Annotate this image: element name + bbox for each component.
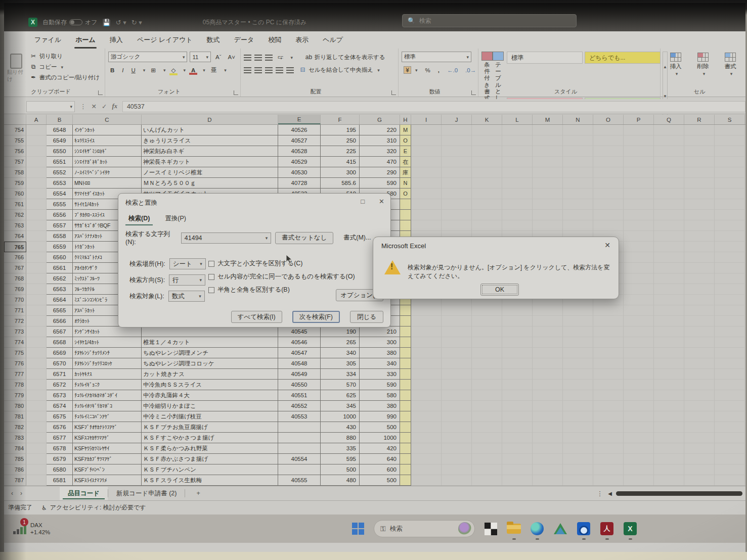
cell[interactable]: カット焼きナス: [142, 369, 278, 380]
cell[interactable]: [684, 295, 715, 305]
cell[interactable]: [26, 411, 47, 422]
cell[interactable]: [533, 422, 563, 433]
cell[interactable]: [715, 295, 745, 305]
cell[interactable]: [26, 358, 47, 369]
cell[interactable]: [533, 401, 563, 411]
cell[interactable]: [278, 433, 321, 443]
cell[interactable]: [26, 263, 47, 273]
cell[interactable]: [624, 167, 654, 178]
cell[interactable]: [411, 411, 442, 422]
cell[interactable]: ﾉｰｽｲﾐﾘﾍﾞｼﾞｼｲﾀｹ: [73, 167, 142, 178]
cell[interactable]: [593, 358, 624, 369]
accessibility-status[interactable]: ♿ アクセシビリティ: 検討が必要です: [41, 503, 146, 512]
cell[interactable]: [442, 189, 472, 199]
cell[interactable]: N: [400, 178, 411, 189]
cell[interactable]: [715, 189, 745, 199]
cell[interactable]: [26, 146, 47, 157]
start-button[interactable]: [350, 521, 366, 536]
sheet-next-icon[interactable]: ›: [20, 490, 22, 497]
cell[interactable]: [624, 390, 654, 401]
find-all-button[interactable]: すべて検索(I): [231, 311, 282, 323]
ribbon-tab-数式[interactable]: 数式: [200, 32, 227, 48]
cell[interactable]: 神栄長ネギカット: [142, 157, 278, 167]
cell[interactable]: [624, 316, 654, 326]
row-header-765[interactable]: 765: [4, 242, 26, 252]
cell[interactable]: [400, 422, 411, 433]
cell[interactable]: [624, 178, 654, 189]
cell[interactable]: [533, 146, 563, 157]
cell[interactable]: [472, 464, 502, 475]
cell[interactable]: [278, 422, 321, 433]
cell[interactable]: 6548: [47, 125, 73, 135]
cell[interactable]: 6553: [47, 178, 73, 189]
cell[interactable]: [593, 199, 624, 210]
scope-select[interactable]: シート▾: [169, 258, 206, 269]
italic-button[interactable]: I: [120, 66, 125, 74]
cell[interactable]: [533, 199, 563, 210]
cell[interactable]: 500: [360, 422, 400, 433]
cell[interactable]: [563, 316, 593, 326]
cell[interactable]: [26, 369, 47, 380]
row-header-754[interactable]: 754: [4, 125, 26, 135]
cell[interactable]: [593, 475, 624, 486]
cell[interactable]: 595: [321, 454, 360, 464]
cell[interactable]: 880: [321, 433, 360, 443]
shrink-font-button[interactable]: A˅: [226, 52, 237, 62]
cell[interactable]: [563, 167, 593, 178]
sheet-tab-item-code[interactable]: 品目コード: [60, 487, 108, 500]
cell[interactable]: [715, 348, 745, 358]
cell[interactable]: 625: [321, 390, 360, 401]
row-header-772[interactable]: 772: [4, 316, 26, 326]
edge-button[interactable]: [530, 521, 545, 536]
cell[interactable]: [624, 337, 654, 348]
cell[interactable]: [533, 348, 563, 358]
cell[interactable]: ﾁﾇﾔﾚﾝｼﾞﾁｮｳﾘｺﾛｯｹ: [73, 358, 142, 369]
grow-font-button[interactable]: Aˇ: [213, 52, 224, 62]
cell[interactable]: [502, 464, 533, 475]
cell[interactable]: [442, 305, 472, 316]
cell[interactable]: [715, 242, 745, 252]
align-center-icon[interactable]: [254, 67, 262, 73]
cell[interactable]: 225: [321, 146, 360, 157]
row-header-756[interactable]: 756: [4, 146, 26, 157]
cell[interactable]: [684, 220, 715, 231]
cell[interactable]: [715, 443, 745, 454]
cell[interactable]: [563, 464, 593, 475]
cell[interactable]: 6567: [47, 326, 73, 337]
cell[interactable]: [624, 210, 654, 220]
cell[interactable]: [593, 337, 624, 348]
cell[interactable]: [442, 157, 472, 167]
accounting-format-button[interactable]: ¥▾: [402, 65, 420, 75]
cell[interactable]: [624, 348, 654, 358]
cell[interactable]: [715, 422, 745, 433]
cell[interactable]: [715, 135, 745, 146]
cell[interactable]: [684, 125, 715, 135]
cell[interactable]: [26, 316, 47, 326]
cell[interactable]: [26, 189, 47, 199]
cell[interactable]: [472, 358, 502, 369]
cell[interactable]: [400, 199, 411, 210]
fx-icon[interactable]: fx: [112, 103, 117, 110]
cell[interactable]: [654, 284, 684, 295]
align-left-icon[interactable]: [244, 67, 251, 73]
cell[interactable]: [502, 433, 533, 443]
cell[interactable]: 40546: [278, 337, 321, 348]
cell[interactable]: [533, 337, 563, 348]
row-header-779[interactable]: 779: [4, 390, 26, 401]
cell[interactable]: O: [400, 135, 411, 146]
cell[interactable]: [26, 295, 47, 305]
titlebar-search-box[interactable]: 🔍 検索: [402, 14, 577, 27]
cell[interactable]: [593, 411, 624, 422]
cell[interactable]: 305: [321, 358, 360, 369]
cell[interactable]: [472, 125, 502, 135]
cell[interactable]: 470: [360, 157, 400, 167]
cell[interactable]: 320: [360, 146, 400, 157]
row-header-777[interactable]: 777: [4, 369, 26, 380]
cell[interactable]: [624, 380, 654, 390]
enter-icon[interactable]: ✓: [102, 103, 107, 110]
cell[interactable]: [654, 464, 684, 475]
match-entire-checkbox[interactable]: セル内容が完全に同一であるものを検索する(O): [208, 272, 355, 281]
cell[interactable]: ｼｲﾀｹ1/4ｶｯﾄ: [73, 337, 142, 348]
tab-find[interactable]: 検索(D): [125, 213, 153, 225]
cell[interactable]: 250: [321, 135, 360, 146]
